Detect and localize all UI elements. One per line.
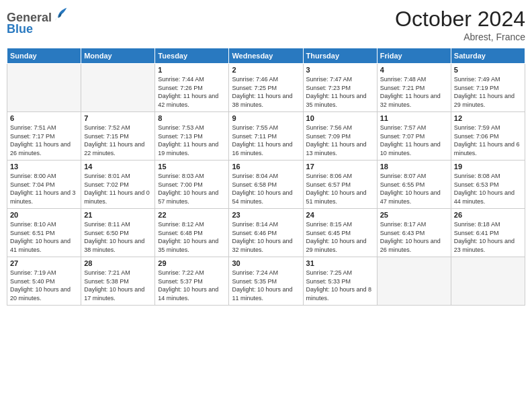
calendar-cell: [451, 257, 525, 306]
calendar-cell: 22Sunrise: 8:12 AM Sunset: 6:48 PM Dayli…: [155, 209, 229, 257]
week-row-2: 6Sunrise: 7:51 AM Sunset: 7:17 PM Daylig…: [7, 112, 525, 161]
day-info: Sunrise: 7:53 AM Sunset: 7:13 PM Dayligh…: [158, 124, 226, 157]
calendar-cell: 12Sunrise: 7:59 AM Sunset: 7:06 PM Dayli…: [451, 112, 525, 161]
day-info: Sunrise: 8:12 AM Sunset: 6:48 PM Dayligh…: [158, 220, 226, 254]
calendar-cell: 8Sunrise: 7:53 AM Sunset: 7:13 PM Daylig…: [155, 112, 229, 161]
header-row: Sunday Monday Tuesday Wednesday Thursday…: [7, 48, 525, 64]
col-sunday: Sunday: [7, 48, 81, 64]
bird-icon: [53, 7, 68, 21]
day-number: 28: [84, 259, 152, 267]
calendar-cell: 17Sunrise: 8:06 AM Sunset: 6:57 PM Dayli…: [303, 161, 377, 209]
day-info: Sunrise: 8:15 AM Sunset: 6:45 PM Dayligh…: [306, 220, 374, 254]
week-row-1: 1Sunrise: 7:44 AM Sunset: 7:26 PM Daylig…: [7, 64, 525, 112]
calendar-cell: 23Sunrise: 8:14 AM Sunset: 6:46 PM Dayli…: [229, 209, 303, 257]
day-number: 31: [306, 259, 374, 267]
calendar-cell: 30Sunrise: 7:24 AM Sunset: 5:35 PM Dayli…: [229, 257, 303, 306]
day-info: Sunrise: 7:57 AM Sunset: 7:07 PM Dayligh…: [380, 124, 448, 157]
day-info: Sunrise: 7:48 AM Sunset: 7:21 PM Dayligh…: [380, 75, 448, 109]
calendar-cell: 20Sunrise: 8:10 AM Sunset: 6:51 PM Dayli…: [7, 209, 81, 257]
day-number: 10: [306, 114, 374, 122]
day-number: 24: [306, 211, 374, 219]
calendar-cell: 6Sunrise: 7:51 AM Sunset: 7:17 PM Daylig…: [7, 112, 81, 161]
calendar-cell: 29Sunrise: 7:22 AM Sunset: 5:37 PM Dayli…: [155, 257, 229, 306]
col-friday: Friday: [377, 48, 451, 64]
day-info: Sunrise: 7:44 AM Sunset: 7:26 PM Dayligh…: [158, 75, 226, 109]
day-info: Sunrise: 7:22 AM Sunset: 5:37 PM Dayligh…: [158, 269, 226, 302]
calendar-cell: [7, 64, 81, 112]
day-number: 25: [380, 211, 448, 219]
day-info: Sunrise: 7:52 AM Sunset: 7:15 PM Dayligh…: [84, 124, 152, 157]
day-number: 2: [232, 66, 300, 74]
day-number: 4: [380, 66, 448, 74]
calendar-cell: 16Sunrise: 8:04 AM Sunset: 6:58 PM Dayli…: [229, 161, 303, 209]
day-number: 8: [158, 114, 226, 122]
day-number: 21: [84, 211, 152, 219]
calendar-cell: 5Sunrise: 7:49 AM Sunset: 7:19 PM Daylig…: [451, 64, 525, 112]
calendar-cell: 10Sunrise: 7:56 AM Sunset: 7:09 PM Dayli…: [303, 112, 377, 161]
week-row-5: 27Sunrise: 7:19 AM Sunset: 5:40 PM Dayli…: [7, 257, 525, 306]
day-number: 30: [232, 259, 300, 267]
calendar-cell: 1Sunrise: 7:44 AM Sunset: 7:26 PM Daylig…: [155, 64, 229, 112]
header: General Blue October 2024 Abrest, France: [7, 7, 525, 42]
day-number: 7: [84, 114, 152, 122]
week-row-3: 13Sunrise: 8:00 AM Sunset: 7:04 PM Dayli…: [7, 161, 525, 209]
day-info: Sunrise: 8:08 AM Sunset: 6:53 PM Dayligh…: [454, 172, 522, 205]
day-number: 26: [454, 211, 522, 219]
day-number: 19: [454, 163, 522, 171]
calendar-cell: 4Sunrise: 7:48 AM Sunset: 7:21 PM Daylig…: [377, 64, 451, 112]
calendar-cell: 28Sunrise: 7:21 AM Sunset: 5:38 PM Dayli…: [81, 257, 155, 306]
calendar-cell: 14Sunrise: 8:01 AM Sunset: 7:02 PM Dayli…: [81, 161, 155, 209]
day-number: 13: [10, 163, 78, 171]
day-number: 29: [158, 259, 226, 267]
day-number: 1: [158, 66, 226, 74]
day-info: Sunrise: 8:11 AM Sunset: 6:50 PM Dayligh…: [84, 220, 152, 254]
calendar-cell: 11Sunrise: 7:57 AM Sunset: 7:07 PM Dayli…: [377, 112, 451, 161]
day-number: 27: [10, 259, 78, 267]
day-info: Sunrise: 7:46 AM Sunset: 7:25 PM Dayligh…: [232, 75, 300, 109]
col-wednesday: Wednesday: [229, 48, 303, 64]
calendar-cell: 27Sunrise: 7:19 AM Sunset: 5:40 PM Dayli…: [7, 257, 81, 306]
day-info: Sunrise: 8:07 AM Sunset: 6:55 PM Dayligh…: [380, 172, 448, 205]
calendar-cell: 26Sunrise: 8:18 AM Sunset: 6:41 PM Dayli…: [451, 209, 525, 257]
day-info: Sunrise: 8:01 AM Sunset: 7:02 PM Dayligh…: [84, 172, 152, 205]
title-block: October 2024 Abrest, France: [395, 7, 525, 42]
month-title: October 2024: [395, 7, 525, 32]
day-info: Sunrise: 7:19 AM Sunset: 5:40 PM Dayligh…: [10, 269, 78, 302]
day-info: Sunrise: 8:17 AM Sunset: 6:43 PM Dayligh…: [380, 220, 448, 254]
day-info: Sunrise: 7:25 AM Sunset: 5:33 PM Dayligh…: [306, 269, 374, 302]
calendar-table: Sunday Monday Tuesday Wednesday Thursday…: [7, 48, 525, 306]
day-info: Sunrise: 7:56 AM Sunset: 7:09 PM Dayligh…: [306, 124, 374, 157]
day-info: Sunrise: 7:59 AM Sunset: 7:06 PM Dayligh…: [454, 124, 522, 157]
day-info: Sunrise: 8:10 AM Sunset: 6:51 PM Dayligh…: [10, 220, 78, 254]
col-saturday: Saturday: [451, 48, 525, 64]
day-number: 11: [380, 114, 448, 122]
day-info: Sunrise: 7:49 AM Sunset: 7:19 PM Dayligh…: [454, 75, 522, 109]
day-info: Sunrise: 7:51 AM Sunset: 7:17 PM Dayligh…: [10, 124, 78, 157]
day-number: 5: [454, 66, 522, 74]
calendar-cell: [81, 64, 155, 112]
week-row-4: 20Sunrise: 8:10 AM Sunset: 6:51 PM Dayli…: [7, 209, 525, 257]
calendar-cell: 13Sunrise: 8:00 AM Sunset: 7:04 PM Dayli…: [7, 161, 81, 209]
calendar-cell: 31Sunrise: 7:25 AM Sunset: 5:33 PM Dayli…: [303, 257, 377, 306]
calendar-cell: 9Sunrise: 7:55 AM Sunset: 7:11 PM Daylig…: [229, 112, 303, 161]
calendar-cell: [377, 257, 451, 306]
calendar-cell: 7Sunrise: 7:52 AM Sunset: 7:15 PM Daylig…: [81, 112, 155, 161]
day-number: 18: [380, 163, 448, 171]
day-number: 20: [10, 211, 78, 219]
day-info: Sunrise: 7:24 AM Sunset: 5:35 PM Dayligh…: [232, 269, 300, 302]
calendar-cell: 19Sunrise: 8:08 AM Sunset: 6:53 PM Dayli…: [451, 161, 525, 209]
day-number: 9: [232, 114, 300, 122]
day-number: 16: [232, 163, 300, 171]
day-number: 14: [84, 163, 152, 171]
calendar-body: 1Sunrise: 7:44 AM Sunset: 7:26 PM Daylig…: [7, 64, 525, 306]
subtitle: Abrest, France: [395, 32, 525, 42]
day-number: 15: [158, 163, 226, 171]
day-info: Sunrise: 8:14 AM Sunset: 6:46 PM Dayligh…: [232, 220, 300, 254]
day-info: Sunrise: 8:06 AM Sunset: 6:57 PM Dayligh…: [306, 172, 374, 205]
col-thursday: Thursday: [303, 48, 377, 64]
day-number: 23: [232, 211, 300, 219]
day-number: 6: [10, 114, 78, 122]
calendar-cell: 3Sunrise: 7:47 AM Sunset: 7:23 PM Daylig…: [303, 64, 377, 112]
day-number: 12: [454, 114, 522, 122]
day-info: Sunrise: 8:00 AM Sunset: 7:04 PM Dayligh…: [10, 172, 78, 205]
